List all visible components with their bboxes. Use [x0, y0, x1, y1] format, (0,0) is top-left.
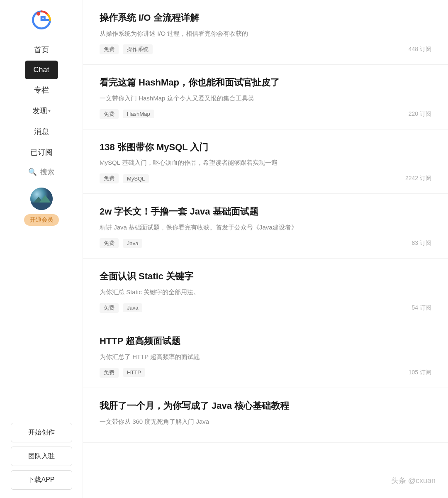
nav-chat-wrapper: Chat [0, 61, 83, 79]
article-card[interactable]: 操作系统 I/O 全流程详解从操作系统为你讲述 I/O 过程，相信看完你会有收获… [83, 0, 448, 65]
article-tag[interactable]: 免费 [100, 44, 119, 54]
article-tag[interactable]: Java [123, 303, 142, 312]
sidebar-item-discover[interactable]: 发现 ▾ [0, 101, 83, 121]
sidebar-item-chat[interactable]: Chat [25, 61, 58, 79]
subscribe-count: 83 订阅 [412, 239, 431, 247]
article-tag[interactable]: Java [123, 239, 142, 248]
article-tags: 免费MySQL [100, 173, 149, 183]
article-tag[interactable]: HTTP [123, 368, 145, 377]
subscribe-count: 54 订阅 [412, 304, 431, 312]
avatar[interactable] [30, 188, 53, 210]
article-footer: 免费MySQL2242 订阅 [100, 173, 431, 183]
subscribe-count: 220 订阅 [409, 110, 431, 118]
article-tag[interactable]: 免费 [100, 173, 119, 183]
sidebar-item-messages[interactable]: 消息 [0, 122, 83, 142]
article-title: 我肝了一个月，为你写成了 Java 核心基础教程 [100, 400, 431, 413]
avatar-wrapper: 开通会员 [24, 188, 59, 226]
article-tag[interactable]: 免费 [100, 238, 119, 248]
subscribe-count: 448 订阅 [409, 46, 431, 53]
article-tag[interactable]: 操作系统 [123, 44, 153, 54]
article-desc: 一文带你入门 HashMap 这个令人又爱又恨的集合工具类 [100, 93, 431, 103]
article-title: 138 张图带你 MySQL 入门 [100, 141, 431, 154]
sidebar: 首页 Chat 专栏 发现 ▾ 消息 已订阅 🔍 搜索 [0, 0, 83, 498]
search-label: 搜索 [40, 167, 54, 177]
sidebar-item-column[interactable]: 专栏 [0, 80, 83, 100]
svg-rect-3 [30, 203, 53, 210]
article-footer: 免费HTTP105 订阅 [100, 368, 431, 378]
nav-home-wrapper: 首页 [0, 40, 83, 60]
article-card[interactable]: 我肝了一个月，为你写成了 Java 核心基础教程一文带你从 360 度无死角了解… [83, 388, 448, 443]
search-row[interactable]: 🔍 搜索 [0, 163, 83, 181]
article-title: 2w 字长文！手撸一套 Java 基础面试题 [100, 205, 431, 218]
create-button[interactable]: 开始创作 [11, 423, 72, 442]
article-tags: 免费Java [100, 303, 142, 313]
subscribe-count: 105 订阅 [409, 369, 431, 376]
article-footer: 免费操作系统448 订阅 [100, 44, 431, 54]
app-button[interactable]: 下载APP [11, 470, 72, 490]
article-tag[interactable]: 免费 [100, 109, 119, 119]
article-tags: 免费Java [100, 238, 142, 248]
article-list: 操作系统 I/O 全流程详解从操作系统为你讲述 I/O 过程，相信看完你会有收获… [83, 0, 448, 443]
article-desc: 为你汇总 Static 关键字的全部用法。 [100, 287, 431, 297]
article-card[interactable]: HTTP 超高频面试题为你汇总了 HTTP 超高频率的面试题免费HTTP105 … [83, 323, 448, 388]
sidebar-item-home[interactable]: 首页 [0, 40, 83, 60]
subscribe-count: 2242 订阅 [405, 175, 431, 182]
article-tag[interactable]: MySQL [123, 174, 149, 183]
watermark: 头条 @cxuan [391, 476, 436, 486]
article-desc: 从操作系统为你讲述 I/O 过程，相信看完你会有收获的 [100, 29, 431, 39]
article-card[interactable]: 2w 字长文！手撸一套 Java 基础面试题精讲 Java 基础面试题，保你看完… [83, 194, 448, 259]
article-title: HTTP 超高频面试题 [100, 335, 431, 348]
article-title: 全面认识 Static 关键字 [100, 270, 431, 283]
article-desc: 为你汇总了 HTTP 超高频率的面试题 [100, 352, 431, 362]
nav-messages-wrapper: 消息 [0, 122, 83, 142]
article-tags: 免费HTTP [100, 368, 145, 378]
sidebar-item-subscribed[interactable]: 已订阅 [0, 142, 83, 162]
nav-discover-wrapper: 发现 ▾ [0, 101, 83, 121]
article-card[interactable]: 138 张图带你 MySQL 入门MySQL 基础入门，呕心沥血的作品，希望读者… [83, 129, 448, 194]
team-button[interactable]: 团队入驻 [11, 447, 72, 466]
article-desc: MySQL 基础入门，呕心沥血的作品，希望读者能够跟着实现一遍 [100, 158, 431, 168]
chevron-down-icon: ▾ [48, 108, 51, 114]
action-buttons: 开始创作 团队入驻 下载APP [0, 423, 83, 490]
main-content: 操作系统 I/O 全流程详解从操作系统为你讲述 I/O 过程，相信看完你会有收获… [83, 0, 448, 498]
article-tags: 免费HashMap [100, 109, 154, 119]
article-tag[interactable]: HashMap [123, 110, 154, 118]
article-title: 操作系统 I/O 全流程详解 [100, 12, 431, 24]
article-title: 看完这篇 HashMap，你也能和面试官扯皮了 [100, 76, 431, 89]
vip-button[interactable]: 开通会员 [24, 214, 59, 226]
logo[interactable] [30, 8, 53, 32]
article-desc: 一文带你从 360 度无死角了解入门 Java [100, 417, 431, 427]
article-card[interactable]: 全面认识 Static 关键字为你汇总 Static 关键字的全部用法。免费Ja… [83, 259, 448, 323]
article-footer: 免费Java83 订阅 [100, 238, 431, 248]
svg-point-1 [36, 12, 40, 15]
article-desc: 精讲 Java 基础面试题，保你看完有收获。首发于公众号《Java建设者》 [100, 222, 431, 232]
article-tag[interactable]: 免费 [100, 368, 119, 378]
article-card[interactable]: 看完这篇 HashMap，你也能和面试官扯皮了一文带你入门 HashMap 这个… [83, 65, 448, 129]
nav-column-wrapper: 专栏 [0, 80, 83, 100]
search-icon: 🔍 [28, 168, 37, 176]
article-footer: 免费Java54 订阅 [100, 303, 431, 313]
article-footer: 免费HashMap220 订阅 [100, 109, 431, 119]
article-tags: 免费操作系统 [100, 44, 153, 54]
nav-subscribed-wrapper: 已订阅 [0, 142, 83, 162]
article-tag[interactable]: 免费 [100, 303, 119, 313]
